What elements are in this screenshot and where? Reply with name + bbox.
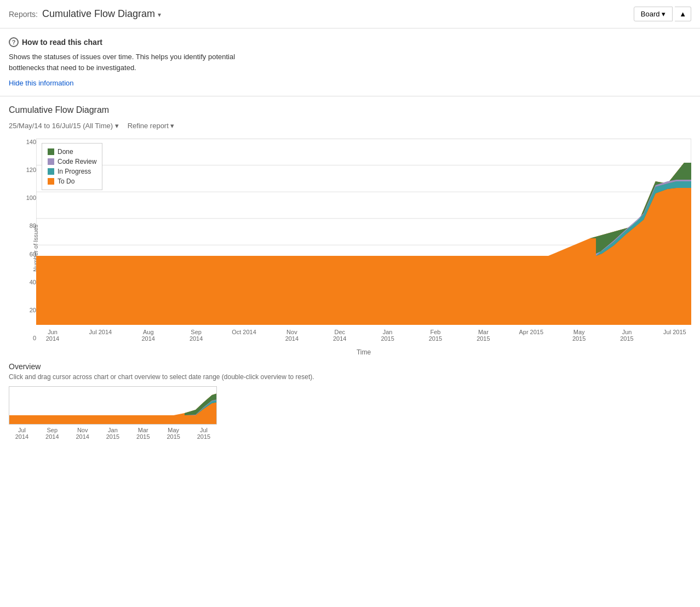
header-right: Board ▾ ▲ [634, 7, 691, 21]
collapse-button[interactable]: ▲ [675, 7, 691, 21]
legend-to-do-color [48, 178, 54, 185]
reports-label: Reports: [9, 10, 38, 19]
overview-section: Overview Click and drag cursor across ch… [0, 362, 700, 440]
svg-marker-9 [9, 393, 217, 425]
to-do-area [36, 163, 691, 325]
legend-in-progress-color [48, 168, 54, 175]
x-label-jul2015: Jul 2015 [658, 329, 691, 346]
x-label-jun2014: Jun 2014 [36, 329, 69, 346]
overview-x-axis: Jul 2014 Sep 2014 Nov 2014 Jan 2015 Mar … [9, 427, 217, 440]
legend-code-review-color [48, 158, 54, 165]
x-label-aug2014: Aug 2014 [132, 329, 165, 346]
help-icon: ? [9, 37, 19, 47]
overview-desc: Click and drag cursor across chart or ch… [9, 373, 691, 381]
x-label-dec2014: Dec 2014 [323, 329, 356, 346]
x-label-nov2014: Nov 2014 [276, 329, 308, 346]
page-header: Reports: Cumulative Flow Diagram ▾ Board… [0, 0, 700, 28]
legend-to-do-label: To Do [58, 177, 74, 185]
overview-title: Overview [9, 362, 691, 371]
legend-code-review-label: Code Review [58, 158, 96, 165]
x-axis: Jun 2014 Jul 2014 Aug 2014 Sep 2014 [36, 327, 691, 346]
header-left: Reports: Cumulative Flow Diagram ▾ [9, 8, 161, 20]
chart-svg [36, 139, 691, 325]
x-label-oct2014: Oct 2014 [228, 329, 261, 346]
legend-done: Done [48, 148, 96, 156]
info-section: ? How to read this chart Shows the statu… [0, 28, 700, 87]
chart-controls: 25/May/14 to 16/Jul/15 (All Time) ▾ Refi… [9, 122, 691, 130]
x-label-feb2015: Feb 2015 [419, 329, 452, 346]
legend-in-progress-label: In Progress [58, 168, 91, 175]
overview-svg [9, 387, 217, 425]
hide-info-link[interactable]: Hide this information [9, 79, 74, 87]
chart-wrap: 140 120 100 80 60 40 20 0 Done [9, 139, 691, 358]
legend-done-color [48, 148, 54, 155]
x-label-mar2015: Mar 2015 [467, 329, 500, 346]
chart-title: Cumulative Flow Diagram [9, 105, 691, 115]
x-axis-title: Time [36, 348, 691, 356]
x-label-sep2014: Sep 2014 [180, 329, 213, 346]
refine-report-button[interactable]: Refine report ▾ [128, 122, 175, 130]
report-title: Cumulative Flow Diagram ▾ [42, 8, 161, 20]
x-label-jun2015: Jun 2015 [611, 329, 644, 346]
legend-done-label: Done [58, 148, 73, 156]
chart-section: Cumulative Flow Diagram 25/May/14 to 16/… [0, 105, 700, 358]
report-title-arrow[interactable]: ▾ [158, 11, 161, 19]
chart-container: Number of Issues 140 120 100 80 60 40 20… [9, 139, 691, 358]
legend-in-progress: In Progress [48, 168, 96, 175]
chart-legend: Done Code Review In Progress To Do [42, 143, 102, 190]
legend-to-do: To Do [48, 177, 96, 185]
x-label-jan2015: Jan 2015 [371, 329, 404, 346]
section-divider [0, 96, 700, 96]
overview-chart-container: Jul 2014 Sep 2014 Nov 2014 Jan 2015 Mar … [9, 386, 691, 440]
x-label-jul2014: Jul 2014 [84, 329, 117, 346]
date-range-button[interactable]: 25/May/14 to 16/Jul/15 (All Time) ▾ [9, 122, 119, 130]
chart-inner: Done Code Review In Progress To Do [36, 139, 691, 358]
x-label-apr2015: Apr 2015 [515, 329, 548, 346]
info-title: ? How to read this chart [9, 37, 691, 47]
x-label-may2015: May 2015 [563, 329, 595, 346]
info-description: Shows the statuses of issues over time. … [9, 51, 691, 73]
board-button[interactable]: Board ▾ [634, 7, 673, 21]
legend-code-review: Code Review [48, 158, 96, 165]
overview-chart[interactable] [9, 386, 217, 425]
